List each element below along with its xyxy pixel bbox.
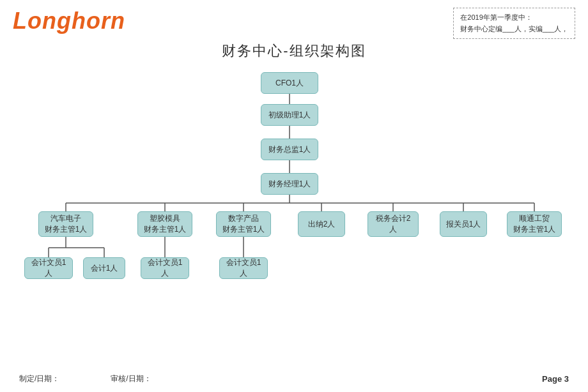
node-auto-acc: 会计1人: [83, 257, 125, 279]
header: Longhorn 在2019年第一季度中： 财务中心定编___人，实编___人，: [0, 0, 588, 39]
logo: Longhorn: [13, 8, 125, 34]
node-manager: 财务经理1人: [261, 173, 318, 195]
node-digital-clerk: 会计文员1人: [219, 257, 268, 279]
node-shuntong: 顺通工贸 财务主管1人: [507, 211, 562, 237]
node-cashier: 出纳2人: [298, 211, 345, 237]
page-title: 财务中心-组织架构图: [0, 41, 588, 61]
node-plastic: 塑胶模具 财务主管1人: [137, 211, 192, 237]
info-line1: 在2019年第一季度中：: [460, 12, 568, 24]
node-director: 财务总监1人: [261, 139, 318, 160]
node-taxacc: 税务会计2人: [368, 211, 419, 237]
info-box: 在2019年第一季度中： 财务中心定编___人，实编___人，: [453, 8, 575, 39]
node-digital: 数字产品 财务主管1人: [216, 211, 271, 237]
node-customs: 报关员1人: [440, 211, 487, 237]
node-assistant: 初级助理1人: [261, 104, 318, 126]
info-line2: 财务中心定编___人，实编___人，: [460, 24, 568, 35]
node-cfo: CFO1人: [261, 72, 318, 94]
footer-left: 制定/日期：: [19, 373, 59, 384]
org-chart: CFO1人 初级助理1人 财务总监1人 财务经理1人 汽车电子 财务主管1人 塑…: [0, 66, 588, 347]
footer-page: Page 3: [542, 374, 569, 384]
footer: 制定/日期： 审核/日期： Page 3: [0, 373, 588, 384]
node-plastic-clerk: 会计文员1人: [141, 257, 189, 279]
node-auto: 汽车电子 财务主管1人: [38, 211, 93, 237]
node-auto-clerk: 会计文员1人: [24, 257, 73, 279]
footer-mid: 审核/日期：: [111, 373, 151, 384]
